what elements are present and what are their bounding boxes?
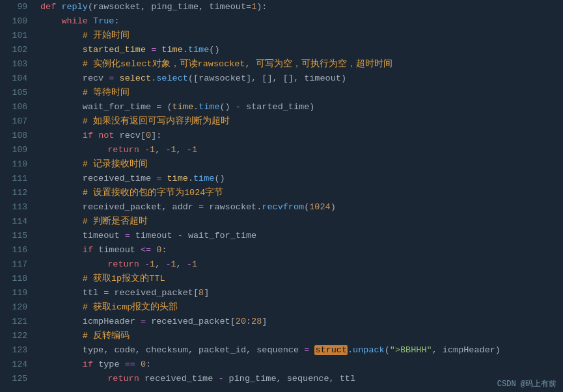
code-editor: 99 100 101 102 103 104 105 106 107 108 1… (0, 0, 563, 392)
line-numbers: 99 100 101 102 103 104 105 106 107 108 1… (0, 0, 34, 392)
ln-102: 102 (0, 43, 27, 57)
code-line-110: # 记录接收时间 (40, 157, 563, 172)
code-line-99: def reply(rawsocket, ping_time, timeout=… (40, 0, 563, 14)
ln-111: 111 (0, 172, 27, 186)
ln-125: 125 (0, 372, 27, 386)
code-line-116: if timeout <= 0: (40, 243, 563, 257)
ln-119: 119 (0, 286, 27, 300)
code-line-113: received_packet, addr = rawsocket.recvfr… (40, 200, 563, 215)
code-line-112: # 设置接收的包的字节为1024字节 (40, 186, 563, 200)
ln-122: 122 (0, 329, 27, 343)
ln-113: 113 (0, 200, 27, 215)
code-line-106: wait_for_time = (time.time() - started_t… (40, 100, 563, 114)
ln-108: 108 (0, 129, 27, 143)
code-content: def reply(rawsocket, ping_time, timeout=… (34, 0, 563, 392)
ln-100: 100 (0, 14, 27, 29)
code-line-117: return -1, -1, -1 (40, 257, 563, 272)
ln-103: 103 (0, 57, 27, 72)
ln-99: 99 (0, 0, 27, 14)
ln-110: 110 (0, 157, 27, 172)
ln-118: 118 (0, 272, 27, 286)
code-line-100: while True: (40, 14, 563, 29)
code-line-111: received_time = time.time() (40, 172, 563, 186)
ln-104: 104 (0, 72, 27, 86)
code-line-119: ttl = received_packet[8] (40, 286, 563, 300)
ln-117: 117 (0, 257, 27, 272)
code-line-101: # 开始时间 (40, 29, 563, 43)
code-line-109: return -1, -1, -1 (40, 143, 563, 157)
ln-101: 101 (0, 29, 27, 43)
ln-105: 105 (0, 86, 27, 100)
ln-114: 114 (0, 215, 27, 229)
footer-label: CSDN @码上有前 (497, 380, 556, 389)
ln-109: 109 (0, 143, 27, 157)
code-line-108: if not recv[0]: (40, 129, 563, 143)
code-line-122: # 反转编码 (40, 329, 563, 343)
code-line-118: # 获取ip报文的TTL (40, 272, 563, 286)
code-line-107: # 如果没有返回可写内容判断为超时 (40, 114, 563, 129)
ln-124: 124 (0, 358, 27, 372)
code-line-103: # 实例化select对象，可读rawsocket, 可写为空，可执行为空，超时… (40, 57, 563, 72)
ln-107: 107 (0, 114, 27, 129)
ln-106: 106 (0, 100, 27, 114)
code-line-115: timeout = timeout - wait_for_time (40, 229, 563, 243)
ln-121: 121 (0, 315, 27, 329)
code-line-105: # 等待时间 (40, 86, 563, 100)
code-line-104: recv = select.select([rawsocket], [], []… (40, 72, 563, 86)
code-line-120: # 获取icmp报文的头部 (40, 300, 563, 315)
ln-115: 115 (0, 229, 27, 243)
code-line-124: if type == 0: (40, 358, 563, 372)
code-line-114: # 判断是否超时 (40, 215, 563, 229)
code-line-102: started_time = time.time() (40, 43, 563, 57)
code-line-123: type, code, checksum, packet_id, sequenc… (40, 343, 563, 358)
ln-116: 116 (0, 243, 27, 257)
footer-text: CSDN @码上有前 (491, 376, 563, 392)
ln-120: 120 (0, 300, 27, 315)
code-line-121: icmpHeader = received_packet[20:28] (40, 315, 563, 329)
ln-112: 112 (0, 186, 27, 200)
code-line-125: return received_time - ping_time, sequen… (40, 372, 563, 386)
ln-123: 123 (0, 343, 27, 358)
